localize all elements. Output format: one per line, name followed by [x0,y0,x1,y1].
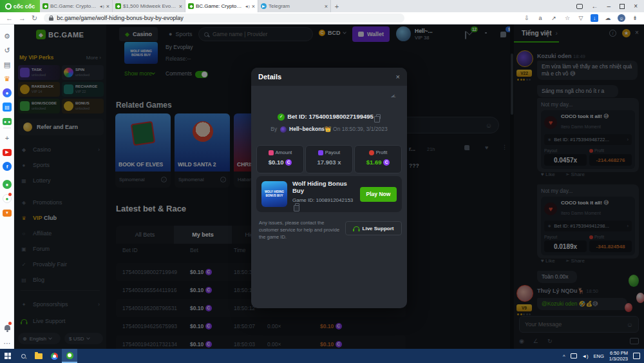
share-bet-icon[interactable]: ➣ [389,92,397,101]
bcgame-favicon [115,3,121,9]
volume-icon[interactable]: ◄) [582,353,589,359]
add-shortcut-icon[interactable]: + [2,133,12,143]
browser-tab-2[interactable]: $1,500 Midweek Evoplay Mu... × [113,0,185,12]
browser-tab-bar: cốc cốc BC.Game: Crypto Casino ◄) × $1,5… [0,0,644,12]
sync-cloud-icon[interactable]: ☁ [604,14,612,22]
amount-icon [269,150,274,155]
modal-bet-id: ✓Bet ID: 1754001980027199495 [251,113,407,121]
messenger-icon[interactable]: ● [2,88,12,98]
bcgame-favicon [43,3,48,9]
back-button[interactable]: ← [6,14,13,22]
browser-tab-1[interactable]: BC.Game: Crypto Casino ◄) × [40,0,113,12]
live-support-button[interactable]: Live Support [345,221,402,235]
modal-close-icon[interactable]: × [396,73,400,81]
profit-icon [369,150,374,155]
coin-icon [285,159,292,166]
shop-icon[interactable]: ● [2,193,12,204]
tab-close-icon[interactable]: × [106,3,109,10]
copy-icon[interactable] [295,203,299,208]
adblock-shield-icon[interactable]: ▽ [577,14,585,22]
file-explorer-icon[interactable] [31,349,46,363]
copy-icon[interactable] [376,114,381,119]
payout-icon [318,150,323,155]
translate-icon[interactable]: a [536,14,544,22]
forward-button[interactable]: → [19,14,26,22]
telegram-favicon [261,3,267,9]
language-indicator[interactable]: ENG [594,353,604,359]
stat-payout: Payout 17.903 x [305,145,353,173]
save-page-icon[interactable]: ⇩ [523,14,531,22]
rail-more-icon[interactable]: ⋯ [2,338,12,348]
modal-support-note: Any issues, please contact the customer … [259,220,341,241]
details-modal: Details × ➣ ✓Bet ID: 1754001980027199495… [251,68,407,308]
reload-button[interactable]: ↻ [32,14,37,23]
windows-taskbar: ^ ◄) ENG 6:50 PM1/3/2023 [0,349,644,363]
tab-close-icon[interactable]: × [325,3,328,10]
network-icon[interactable] [571,353,577,358]
youtube-icon[interactable]: ▶ [2,147,12,157]
tab-restore-icon[interactable]: ← [592,3,598,10]
game-thumbnail[interactable]: WOLF HIDINGBONUS BUY [261,181,287,207]
tab-close-icon[interactable]: × [179,3,182,10]
coccoc-brand-button[interactable]: cốc cốc [0,0,40,12]
minimize-button[interactable]: – [607,3,611,10]
verified-check-icon: ✓ [278,113,285,121]
stat-amount: Amount $0.10 [256,145,304,173]
cart-icon[interactable]: ▾ [2,208,12,218]
action-center-icon[interactable] [633,353,640,359]
modal-by-line: By Hell~beckons👑 On 18:50:39, 3/1/2023 [251,126,407,133]
url-text: bc.game/game/wolf-hiding-bonus-buy-by-ev… [57,15,184,21]
profile-avatar-icon[interactable]: ☺ [618,14,625,22]
start-button[interactable] [0,349,15,363]
share-icon[interactable]: ↗ [550,14,558,22]
taskbar-search-icon[interactable] [15,349,31,363]
tray-expand-icon[interactable]: ^ [563,353,565,359]
zalo-icon[interactable]: ● [2,179,12,190]
modal-title: Details [258,73,281,81]
chrome-taskbar-icon[interactable] [46,349,62,363]
bcgame-favicon [188,3,194,9]
tab-search-icon[interactable] [576,4,583,9]
brand-label: cốc cốc [14,3,35,10]
stat-profit: Profit $1.69 [354,145,402,173]
close-window-button[interactable]: × [634,3,638,10]
modal-game-id: Game ID: 1008912042153 [292,197,355,209]
gamepad-icon[interactable]: ● ● [2,116,12,126]
tab-title: BC.Game: Crypto Casino [196,3,243,9]
modal-username[interactable]: Hell~beckons👑 [289,126,332,132]
tab-title: $1,500 Midweek Evoplay Mu... [123,3,177,9]
modal-game-name: Wolf Hiding Bonus Buy [292,180,355,194]
screen: cốc cốc BC.Game: Crypto Casino ◄) × $1,5… [0,0,644,363]
coin-icon [383,159,390,166]
window-controls: ← – × [576,0,644,12]
downloads-tray-icon[interactable]: ⇟ [631,14,639,22]
hot-crown-icon[interactable]: ♛ [2,74,12,84]
play-now-button[interactable]: Play Now [360,187,397,202]
bookmark-star-icon[interactable]: ☆ [564,14,571,22]
coccoc-taskbar-icon-active[interactable] [62,349,77,363]
tab-title: BC.Game: Crypto Casino [50,3,97,9]
history-icon[interactable]: ↺ [2,45,12,55]
download-extension-icon[interactable]: ↓ [591,14,598,22]
page: ⚙ ↺ ▤ ♛ ● ▤ ● ● + ▶ f ● ● ▾ ⋯ ◆ BC.GAME [0,25,644,349]
notification-bell-icon[interactable] [2,322,12,333]
maximize-button[interactable] [620,4,625,9]
chart-app-icon[interactable]: ▤ [2,102,12,112]
new-tab-button[interactable]: + [331,0,343,12]
address-bar[interactable]: bc.game/game/wolf-hiding-bonus-buy-by-ev… [44,14,404,23]
lock-icon [49,17,53,21]
browser-tab-3-active[interactable]: BC.Game: Crypto Casino ◄) × [185,0,258,12]
coccoc-side-rail: ⚙ ↺ ▤ ♛ ● ▤ ● ● + ▶ f ● ● ▾ ⋯ [0,25,14,349]
browser-toolbar: ← → ↻ bc.game/game/wolf-hiding-bonus-buy… [0,12,644,25]
speaker-icon: ◄) [245,5,250,8]
taskbar-clock[interactable]: 6:50 PM1/3/2023 [609,350,628,362]
toolbar-icons: ⇩ a ↗ ☆ ▽ ↓ ☁ ☺ ⇟ [523,14,644,22]
modal-game-card: WOLF HIDINGBONUS BUY Wolf Hiding Bonus B… [256,176,402,212]
browser-tab-4[interactable]: Telegram × [258,0,331,12]
coccoc-logo-icon [5,3,12,10]
facebook-icon[interactable]: f [2,161,12,172]
tab-close-icon[interactable]: × [252,3,255,10]
reading-list-icon[interactable]: ▤ [2,59,12,70]
modal-titlebar: Details × [251,68,407,86]
settings-gear-icon[interactable]: ⚙ [2,31,12,41]
